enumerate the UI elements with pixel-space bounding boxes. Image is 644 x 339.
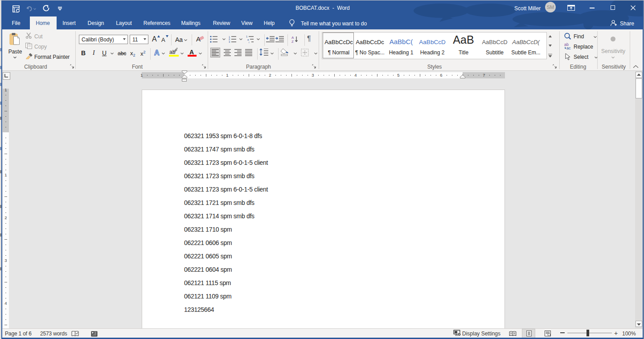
svg-text:3: 3 [229,41,230,43]
svg-text:Z: Z [291,40,294,43]
svg-text:ac: ac [566,46,571,50]
svg-text:i: i [249,41,249,44]
svg-text:1: 1 [246,35,248,38]
svg-text:A: A [291,36,294,40]
svg-text:a: a [247,38,249,41]
